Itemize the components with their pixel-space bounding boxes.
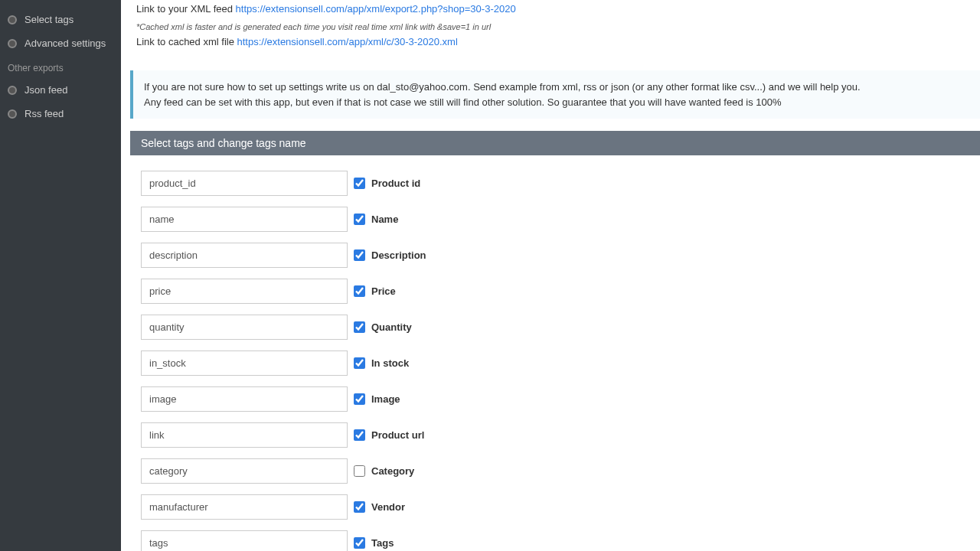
tag-enable-checkbox[interactable] xyxy=(354,393,365,405)
xml-feed-label: Link to your XML feed xyxy=(136,3,236,15)
tag-row: Description xyxy=(141,243,969,268)
tag-enable-checkbox[interactable] xyxy=(354,357,365,369)
tag-enable-checkbox[interactable] xyxy=(354,465,365,477)
sidebar-item-label: Json feed xyxy=(24,84,67,96)
xml-feed-link[interactable]: https://extensionsell.com/app/xml/export… xyxy=(236,3,516,15)
panel-body: Product idNameDescriptionPriceQuantityIn… xyxy=(130,155,980,551)
tag-label: Quantity xyxy=(371,321,412,333)
tag-name-input[interactable] xyxy=(141,243,348,268)
tag-enable-checkbox[interactable] xyxy=(354,321,365,333)
tag-label: Name xyxy=(371,214,398,225)
main-content: Link to your XML feed https://extensions… xyxy=(121,0,980,551)
tag-row: In stock xyxy=(141,350,969,376)
tag-enable-checkbox[interactable] xyxy=(354,214,365,225)
tag-name-input[interactable] xyxy=(141,458,348,484)
sidebar-item-label: Advanced settings xyxy=(24,37,106,49)
tag-label: Category xyxy=(371,465,414,477)
tag-name-input[interactable] xyxy=(141,207,348,232)
feed-links-block: Link to your XML feed https://extensions… xyxy=(130,0,980,66)
radio-icon xyxy=(8,39,17,48)
tag-name-input[interactable] xyxy=(141,279,348,304)
tag-row: Image xyxy=(141,386,969,412)
tag-row: Quantity xyxy=(141,315,969,340)
xml-feed-line: Link to your XML feed https://extensions… xyxy=(136,3,974,15)
tag-name-input[interactable] xyxy=(141,422,348,448)
cached-note: *Cached xml is faster and is generated e… xyxy=(136,22,974,31)
tag-enable-checkbox[interactable] xyxy=(354,537,365,549)
info-line-1: If you are not sure how to set up settin… xyxy=(144,80,969,95)
tag-label: In stock xyxy=(371,357,409,369)
tag-label: Tags xyxy=(371,537,394,549)
tag-label: Product url xyxy=(371,429,424,441)
tag-name-input[interactable] xyxy=(141,171,348,196)
sidebar: Select tags Advanced settings Other expo… xyxy=(0,0,121,551)
tag-row: Price xyxy=(141,279,969,304)
tag-name-input[interactable] xyxy=(141,530,348,551)
radio-icon xyxy=(8,109,17,119)
tag-enable-checkbox[interactable] xyxy=(354,501,365,513)
tag-row: Category xyxy=(141,458,969,484)
sidebar-item-select-tags[interactable]: Select tags xyxy=(0,8,121,31)
tag-label: Description xyxy=(371,249,426,261)
tag-label: Vendor xyxy=(371,501,405,513)
tag-name-input[interactable] xyxy=(141,315,348,340)
panel-header: Select tags and change tags name xyxy=(130,131,980,155)
tag-label: Price xyxy=(371,285,396,297)
tag-row: Vendor xyxy=(141,494,969,520)
tag-enable-checkbox[interactable] xyxy=(354,429,365,441)
tag-row: Tags xyxy=(141,530,969,551)
tag-enable-checkbox[interactable] xyxy=(354,178,365,189)
info-line-2: Any feed can be set with this app, but e… xyxy=(144,95,969,110)
radio-icon xyxy=(8,86,17,95)
sidebar-item-advanced-settings[interactable]: Advanced settings xyxy=(0,31,121,55)
sidebar-item-label: Rss feed xyxy=(24,108,64,119)
tag-row: Product url xyxy=(141,422,969,448)
cached-feed-line: Link to cached xml file https://extensio… xyxy=(136,36,974,47)
tag-label: Image xyxy=(371,393,400,405)
info-box: If you are not sure how to set up settin… xyxy=(130,70,980,119)
sidebar-item-label: Select tags xyxy=(24,14,74,25)
cached-feed-link[interactable]: https://extensionsell.com/app/xml/c/30-3… xyxy=(237,36,458,47)
tag-row: Name xyxy=(141,207,969,232)
sidebar-section-label: Other exports xyxy=(0,55,121,78)
radio-icon xyxy=(8,15,17,24)
tag-name-input[interactable] xyxy=(141,386,348,412)
cached-feed-label: Link to cached xml file xyxy=(136,36,237,47)
tag-enable-checkbox[interactable] xyxy=(354,285,365,297)
tag-name-input[interactable] xyxy=(141,350,348,376)
sidebar-item-rss-feed[interactable]: Rss feed xyxy=(0,102,121,126)
tag-enable-checkbox[interactable] xyxy=(354,249,365,261)
sidebar-item-json-feed[interactable]: Json feed xyxy=(0,78,121,102)
tag-row: Product id xyxy=(141,171,969,196)
tag-name-input[interactable] xyxy=(141,494,348,520)
tag-label: Product id xyxy=(371,178,420,189)
